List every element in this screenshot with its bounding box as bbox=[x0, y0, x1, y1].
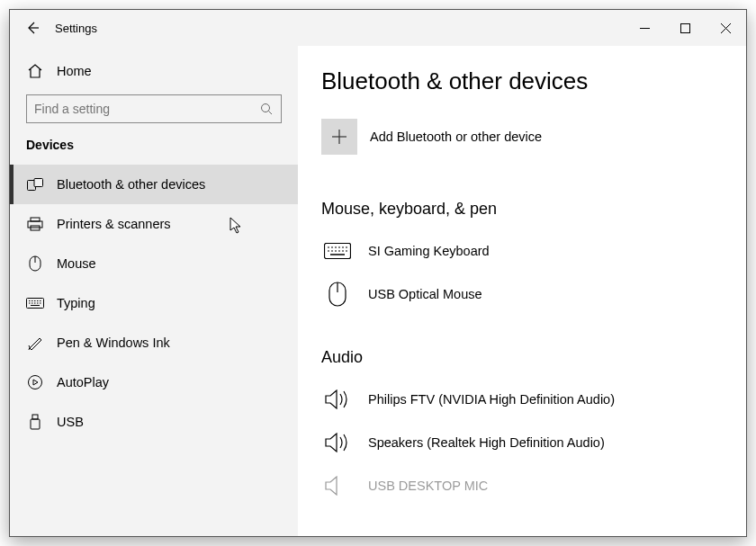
sidebar-item-mouse[interactable]: Mouse bbox=[10, 244, 298, 283]
device-item[interactable]: Speakers (Realtek High Definition Audio) bbox=[321, 421, 723, 464]
autoplay-icon bbox=[26, 373, 44, 391]
speaker-icon bbox=[321, 389, 354, 409]
sidebar-section-header: Devices bbox=[10, 132, 298, 165]
plus-icon bbox=[331, 129, 347, 145]
svg-rect-8 bbox=[34, 179, 43, 187]
device-item[interactable]: USB DESKTOP MIC bbox=[321, 464, 723, 507]
minimize-button[interactable] bbox=[625, 10, 665, 46]
sidebar-item-label: USB bbox=[57, 415, 84, 429]
close-button[interactable] bbox=[706, 10, 746, 46]
device-name: SI Gaming Keyboard bbox=[368, 244, 490, 258]
sidebar-item-pen[interactable]: Pen & Windows Ink bbox=[10, 323, 298, 363]
settings-window: Settings Home bbox=[9, 9, 747, 537]
device-name: USB DESKTOP MIC bbox=[368, 479, 488, 493]
window-title: Settings bbox=[55, 22, 97, 35]
window-controls bbox=[625, 10, 746, 46]
svg-line-6 bbox=[269, 111, 273, 114]
back-button[interactable] bbox=[19, 14, 46, 41]
group-title: Mouse, keyboard, & pen bbox=[321, 200, 723, 219]
main-panel: Bluetooth & other devices Add Bluetooth … bbox=[298, 46, 746, 536]
sidebar-item-typing[interactable]: Typing bbox=[10, 283, 298, 323]
device-item[interactable]: USB Optical Mouse bbox=[321, 273, 723, 316]
sidebar-nav: Bluetooth & other devices Printers & sca… bbox=[10, 165, 298, 442]
home-icon bbox=[26, 62, 44, 80]
minimize-icon bbox=[640, 23, 650, 33]
device-name: USB Optical Mouse bbox=[368, 287, 482, 301]
back-arrow-icon bbox=[25, 21, 40, 35]
group-audio: Audio Philips FTV (NVIDIA High Definitio… bbox=[321, 348, 723, 507]
speaker-icon bbox=[321, 476, 354, 496]
svg-rect-2 bbox=[681, 23, 690, 32]
svg-point-5 bbox=[262, 103, 270, 112]
home-label: Home bbox=[57, 64, 92, 78]
sidebar-item-label: Mouse bbox=[57, 256, 96, 271]
sidebar: Home Devices Bluetooth & other devices bbox=[10, 46, 298, 536]
svg-rect-9 bbox=[31, 218, 40, 221]
device-item[interactable]: SI Gaming Keyboard bbox=[321, 229, 723, 273]
mouse-icon bbox=[26, 255, 44, 273]
svg-rect-10 bbox=[28, 221, 42, 228]
content-area: Home Devices Bluetooth & other devices bbox=[10, 46, 746, 536]
device-name: Speakers (Realtek High Definition Audio) bbox=[368, 435, 605, 450]
maximize-icon bbox=[680, 23, 690, 33]
group-mouse-keyboard-pen: Mouse, keyboard, & pen SI Gaming Keyboar… bbox=[321, 200, 723, 316]
close-icon bbox=[721, 23, 731, 33]
search-input[interactable] bbox=[34, 102, 260, 116]
device-item[interactable]: Philips FTV (NVIDIA High Definition Audi… bbox=[321, 378, 723, 421]
svg-point-18 bbox=[29, 376, 42, 389]
device-name: Philips FTV (NVIDIA High Definition Audi… bbox=[368, 392, 615, 407]
pen-icon bbox=[26, 334, 44, 352]
search-box[interactable] bbox=[26, 94, 282, 123]
sidebar-item-label: Pen & Windows Ink bbox=[57, 336, 170, 350]
plus-button bbox=[321, 119, 357, 155]
titlebar: Settings bbox=[10, 10, 746, 46]
page-title: Bluetooth & other devices bbox=[321, 67, 723, 95]
svg-rect-19 bbox=[32, 415, 38, 419]
usb-icon bbox=[26, 413, 44, 431]
sidebar-item-usb[interactable]: USB bbox=[10, 402, 298, 442]
sidebar-item-bluetooth[interactable]: Bluetooth & other devices bbox=[10, 165, 298, 204]
sidebar-item-label: AutoPlay bbox=[57, 375, 109, 389]
sidebar-item-label: Printers & scanners bbox=[57, 217, 171, 231]
search-icon bbox=[260, 103, 274, 116]
mouse-icon bbox=[321, 282, 354, 307]
search-wrap bbox=[10, 87, 298, 132]
sidebar-item-printers[interactable]: Printers & scanners bbox=[10, 204, 298, 244]
add-device-button[interactable]: Add Bluetooth or other device bbox=[321, 119, 723, 155]
sidebar-item-label: Bluetooth & other devices bbox=[57, 177, 205, 192]
keyboard-icon bbox=[321, 243, 354, 259]
printer-icon bbox=[26, 215, 44, 233]
add-device-label: Add Bluetooth or other device bbox=[370, 130, 542, 144]
bluetooth-devices-icon bbox=[26, 175, 44, 193]
sidebar-item-label: Typing bbox=[57, 296, 95, 310]
sidebar-item-autoplay[interactable]: AutoPlay bbox=[10, 363, 298, 402]
sidebar-home[interactable]: Home bbox=[10, 55, 298, 87]
svg-rect-20 bbox=[31, 419, 40, 429]
keyboard-icon bbox=[26, 294, 44, 312]
group-title: Audio bbox=[321, 348, 723, 367]
maximize-button[interactable] bbox=[665, 10, 706, 46]
speaker-icon bbox=[321, 433, 354, 452]
